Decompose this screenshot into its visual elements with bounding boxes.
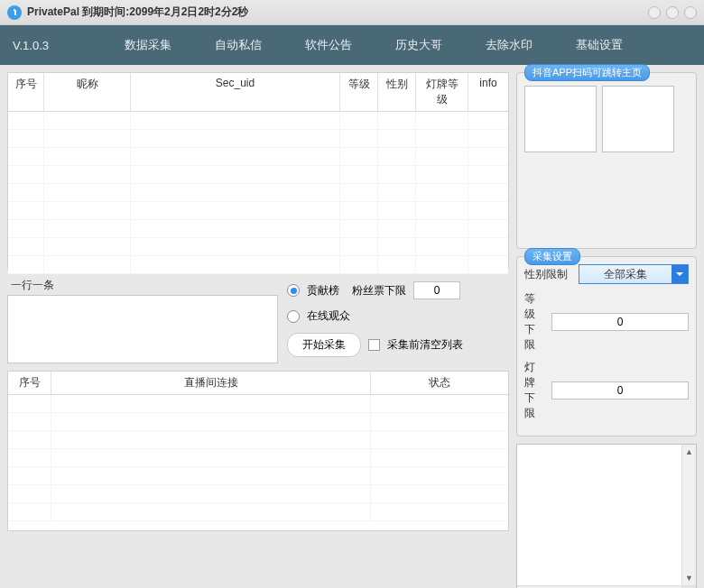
tab-remove-watermark[interactable]: 去除水印 [464,25,554,65]
tab-data-collect[interactable]: 数据采集 [103,25,193,65]
qr-legend: 抖音APP扫码可跳转主页 [524,64,650,81]
qr-box-1[interactable] [524,86,597,152]
qr-box-2[interactable] [602,86,674,152]
oneline-textarea[interactable] [7,295,278,363]
col-level[interactable]: 等级 [340,73,378,111]
col-index[interactable]: 序号 [8,73,44,111]
app-logo-icon [7,5,22,20]
table-row [8,431,508,449]
gender-limit-value: 全部采集 [604,267,647,282]
table-row [8,413,508,431]
version-label: V.1.0.3 [13,39,103,52]
table-row [8,112,508,130]
radio-online-audience[interactable] [287,310,300,323]
window-title: PrivatePal 到期时间:2099年2月2日2时2分2秒 [27,5,248,20]
live-table[interactable]: 序号 直播间连接 状态 [7,371,509,531]
level-lower-input[interactable] [551,313,689,331]
col-badge[interactable]: 灯牌等级 [416,73,468,111]
fans-lower-label: 粉丝票下限 [352,283,406,299]
table-row [8,184,508,202]
collect-settings-panel: 采集设置 性别限制 全部采集 等级下限 灯牌下限 [516,256,697,436]
radio-contribution-label: 贡献榜 [307,283,339,299]
table-row [8,256,508,274]
col-secuid[interactable]: Sec_uid [131,73,340,111]
log-box[interactable]: ▲ ▼ ◀ ▶ [516,444,697,588]
table-row [8,148,508,166]
col-info[interactable]: info [468,73,508,111]
fans-lower-input[interactable] [413,281,460,299]
tab-auto-dm[interactable]: 自动私信 [193,25,283,65]
minimize-button[interactable] [648,6,661,19]
table-row [8,130,508,148]
gender-limit-label: 性别限制 [524,267,571,282]
tab-announcement[interactable]: 软件公告 [283,25,374,65]
table-row [8,503,508,521]
qr-panel: 抖音APP扫码可跳转主页 [516,72,697,249]
radio-online-label: 在线观众 [307,308,350,324]
badge-lower-input[interactable] [551,381,689,400]
col2-link[interactable]: 直播间连接 [51,372,371,394]
table-row [8,485,508,503]
maximize-button[interactable] [666,6,679,19]
table-row [8,395,508,413]
chevron-down-icon [672,265,688,283]
col-gender[interactable]: 性别 [378,73,416,111]
clear-before-checkbox[interactable] [368,339,380,351]
gender-limit-select[interactable]: 全部采集 [579,264,689,284]
tab-basic-settings[interactable]: 基础设置 [554,25,644,65]
table-row [8,166,508,184]
clear-before-label: 采集前清空列表 [387,337,463,353]
collect-legend: 采集设置 [524,248,580,265]
scroll-up-icon[interactable]: ▲ [682,445,696,459]
table-row [8,202,508,220]
start-collect-button[interactable]: 开始采集 [287,333,361,357]
table-row [8,449,508,467]
col2-index[interactable]: 序号 [8,372,51,394]
table-row [8,238,508,256]
oneline-label: 一行一条 [7,276,278,295]
scroll-down-icon[interactable]: ▼ [682,571,696,585]
col2-status[interactable]: 状态 [371,372,508,394]
badge-lower-label: 灯牌下限 [524,360,544,421]
radio-contribution[interactable] [287,284,300,297]
scrollbar-vertical[interactable]: ▲ ▼ [681,445,696,585]
close-button[interactable] [684,6,697,19]
data-table[interactable]: 序号 昵称 Sec_uid 等级 性别 灯牌等级 info [7,72,509,269]
tab-history[interactable]: 历史大哥 [374,25,464,65]
col-nickname[interactable]: 昵称 [44,73,131,111]
level-lower-label: 等级下限 [524,291,544,353]
table-row [8,467,508,485]
table-row [8,220,508,238]
